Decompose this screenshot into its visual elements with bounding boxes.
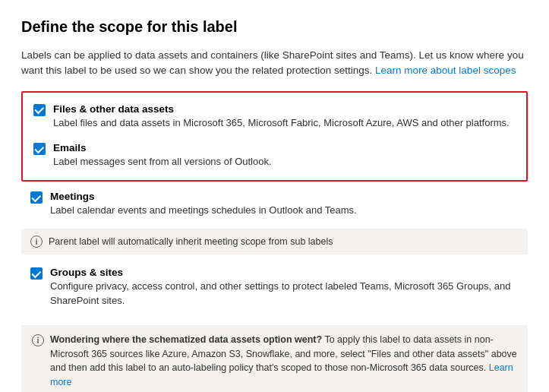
emails-title: Emails bbox=[53, 142, 516, 153]
scope-list: Files & other data assets Label files an… bbox=[21, 91, 528, 316]
schematized-bold-text: Wondering where the schematized data ass… bbox=[50, 334, 322, 345]
files-checkbox[interactable] bbox=[33, 104, 46, 116]
meetings-checkbox[interactable] bbox=[30, 191, 43, 204]
intro-text: Labels can be applied to data assets and… bbox=[21, 48, 528, 79]
schematized-info-text: Wondering where the schematized data ass… bbox=[50, 333, 517, 390]
groups-title: Groups & sites bbox=[50, 267, 519, 278]
files-checkbox-icon[interactable] bbox=[33, 104, 46, 116]
meetings-content: Meetings Label calendar events and meeti… bbox=[50, 191, 519, 218]
page-title: Define the scope for this label bbox=[21, 18, 528, 36]
scope-item-files: Files & other data assets Label files an… bbox=[24, 97, 525, 137]
meetings-checkbox-icon[interactable] bbox=[30, 191, 43, 204]
scope-item-groups: Groups & sites Configure privacy, access… bbox=[21, 261, 528, 315]
groups-checkbox-icon[interactable] bbox=[30, 267, 43, 280]
emails-description: Label messages sent from all versions of… bbox=[53, 155, 516, 169]
groups-checkbox[interactable] bbox=[30, 267, 43, 280]
emails-content: Emails Label messages sent from all vers… bbox=[53, 142, 516, 169]
meetings-description: Label calendar events and meetings sched… bbox=[50, 204, 519, 218]
schematized-info-box: i Wondering where the schematized data a… bbox=[21, 325, 528, 392]
meetings-info-text: Parent label will automatically inherit … bbox=[49, 235, 333, 248]
scope-item-emails: Emails Label messages sent from all vers… bbox=[24, 136, 525, 175]
files-content: Files & other data assets Label files an… bbox=[53, 103, 516, 131]
groups-description: Configure privacy, access control, and o… bbox=[50, 280, 519, 308]
scope-item-meetings: Meetings Label calendar events and meeti… bbox=[21, 185, 528, 224]
meetings-title: Meetings bbox=[50, 191, 519, 202]
files-description: Label files and data assets in Microsoft… bbox=[53, 116, 516, 131]
info-icon-meetings: i bbox=[30, 236, 43, 248]
emails-checkbox-icon[interactable] bbox=[33, 143, 46, 155]
groups-content: Groups & sites Configure privacy, access… bbox=[50, 267, 519, 308]
files-title: Files & other data assets bbox=[53, 103, 516, 115]
info-icon-schematized: i bbox=[32, 334, 44, 346]
learn-more-scopes-link[interactable]: Learn more about label scopes bbox=[375, 65, 516, 76]
meetings-info-banner: i Parent label will automatically inheri… bbox=[21, 229, 528, 254]
highlighted-scope-group: Files & other data assets Label files an… bbox=[21, 91, 528, 182]
emails-checkbox[interactable] bbox=[33, 143, 46, 155]
